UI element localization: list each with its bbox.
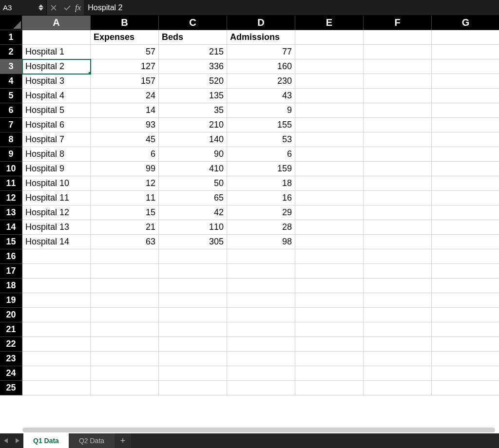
horizontal-scrollbar[interactable] (22, 428, 495, 432)
row-header-20[interactable]: 20 (0, 308, 22, 322)
cell-B18[interactable] (91, 279, 159, 293)
cell-G23[interactable] (432, 352, 499, 366)
cell-C25[interactable] (159, 381, 227, 395)
cell-C12[interactable]: 65 (159, 191, 227, 205)
cell-A12[interactable]: Hospital 11 (22, 191, 91, 205)
cell-D14[interactable]: 28 (227, 220, 295, 235)
cell-G17[interactable] (432, 264, 499, 279)
cell-E1[interactable] (295, 30, 364, 45)
cell-F11[interactable] (364, 176, 432, 191)
spreadsheet-grid[interactable]: ABCDEFG1ExpensesBedsAdmissions2Hospital … (0, 16, 499, 395)
cell-B12[interactable]: 11 (91, 191, 159, 205)
cell-F6[interactable] (364, 103, 432, 118)
row-header-19[interactable]: 19 (0, 293, 22, 308)
cell-G7[interactable] (432, 118, 499, 132)
row-header-8[interactable]: 8 (0, 132, 22, 147)
cell-E12[interactable] (295, 191, 364, 205)
column-header-C[interactable]: C (159, 16, 227, 30)
cell-C7[interactable]: 210 (159, 118, 227, 132)
cell-G6[interactable] (432, 103, 499, 118)
cell-F25[interactable] (364, 381, 432, 395)
row-header-10[interactable]: 10 (0, 162, 22, 176)
cell-C1[interactable]: Beds (159, 30, 227, 45)
cell-D25[interactable] (227, 381, 295, 395)
confirm-button[interactable] (60, 0, 74, 15)
cell-A21[interactable] (22, 322, 91, 337)
cell-A24[interactable] (22, 366, 91, 381)
cell-D21[interactable] (227, 322, 295, 337)
cell-B5[interactable]: 24 (91, 89, 159, 103)
cell-D16[interactable] (227, 249, 295, 264)
cell-D11[interactable]: 18 (227, 176, 295, 191)
cell-A5[interactable]: Hospital 4 (22, 89, 91, 103)
cell-D23[interactable] (227, 352, 295, 366)
row-header-22[interactable]: 22 (0, 337, 22, 352)
row-header-12[interactable]: 12 (0, 191, 22, 205)
cell-G11[interactable] (432, 176, 499, 191)
cell-C21[interactable] (159, 322, 227, 337)
cell-F7[interactable] (364, 118, 432, 132)
cell-C20[interactable] (159, 308, 227, 322)
cell-G19[interactable] (432, 293, 499, 308)
cell-F18[interactable] (364, 279, 432, 293)
cell-D13[interactable]: 29 (227, 205, 295, 220)
cell-D8[interactable]: 53 (227, 132, 295, 147)
cell-A8[interactable]: Hospital 7 (22, 132, 91, 147)
cell-B3[interactable]: 127 (91, 59, 159, 74)
cell-E21[interactable] (295, 322, 364, 337)
row-header-3[interactable]: 3 (0, 59, 22, 74)
cell-D5[interactable]: 43 (227, 89, 295, 103)
cell-G3[interactable] (432, 59, 499, 74)
cell-D6[interactable]: 9 (227, 103, 295, 118)
cell-D22[interactable] (227, 337, 295, 352)
cell-B2[interactable]: 57 (91, 45, 159, 59)
cell-C14[interactable]: 110 (159, 220, 227, 235)
cell-B20[interactable] (91, 308, 159, 322)
cell-E13[interactable] (295, 205, 364, 220)
cell-E9[interactable] (295, 147, 364, 162)
cell-D3[interactable]: 160 (227, 59, 295, 74)
cell-C9[interactable]: 90 (159, 147, 227, 162)
cell-B19[interactable] (91, 293, 159, 308)
cell-G8[interactable] (432, 132, 499, 147)
cell-A23[interactable] (22, 352, 91, 366)
cell-E14[interactable] (295, 220, 364, 235)
fx-label[interactable]: fx (75, 3, 81, 13)
cell-G2[interactable] (432, 45, 499, 59)
cell-A9[interactable]: Hospital 8 (22, 147, 91, 162)
row-header-7[interactable]: 7 (0, 118, 22, 132)
cell-D9[interactable]: 6 (227, 147, 295, 162)
cell-A18[interactable] (22, 279, 91, 293)
cell-E15[interactable] (295, 235, 364, 249)
cell-A16[interactable] (22, 249, 91, 264)
cell-A1[interactable] (22, 30, 91, 45)
cell-B25[interactable] (91, 381, 159, 395)
row-header-5[interactable]: 5 (0, 89, 22, 103)
cell-F24[interactable] (364, 366, 432, 381)
cell-B22[interactable] (91, 337, 159, 352)
cell-F21[interactable] (364, 322, 432, 337)
cell-C16[interactable] (159, 249, 227, 264)
column-header-E[interactable]: E (295, 16, 364, 30)
cell-F22[interactable] (364, 337, 432, 352)
cell-A14[interactable]: Hospital 13 (22, 220, 91, 235)
cell-G25[interactable] (432, 381, 499, 395)
cell-F20[interactable] (364, 308, 432, 322)
cell-C4[interactable]: 520 (159, 74, 227, 89)
cell-B24[interactable] (91, 366, 159, 381)
cell-A4[interactable]: Hospital 3 (22, 74, 91, 89)
row-header-24[interactable]: 24 (0, 366, 22, 381)
cell-C24[interactable] (159, 366, 227, 381)
cell-G16[interactable] (432, 249, 499, 264)
row-header-18[interactable]: 18 (0, 279, 22, 293)
cell-A22[interactable] (22, 337, 91, 352)
cell-G14[interactable] (432, 220, 499, 235)
row-header-6[interactable]: 6 (0, 103, 22, 118)
cell-B13[interactable]: 15 (91, 205, 159, 220)
cell-D17[interactable] (227, 264, 295, 279)
cell-D10[interactable]: 159 (227, 162, 295, 176)
row-header-4[interactable]: 4 (0, 74, 22, 89)
formula-input[interactable]: Hospital 2 (84, 0, 499, 15)
cell-A7[interactable]: Hospital 6 (22, 118, 91, 132)
cell-B8[interactable]: 45 (91, 132, 159, 147)
